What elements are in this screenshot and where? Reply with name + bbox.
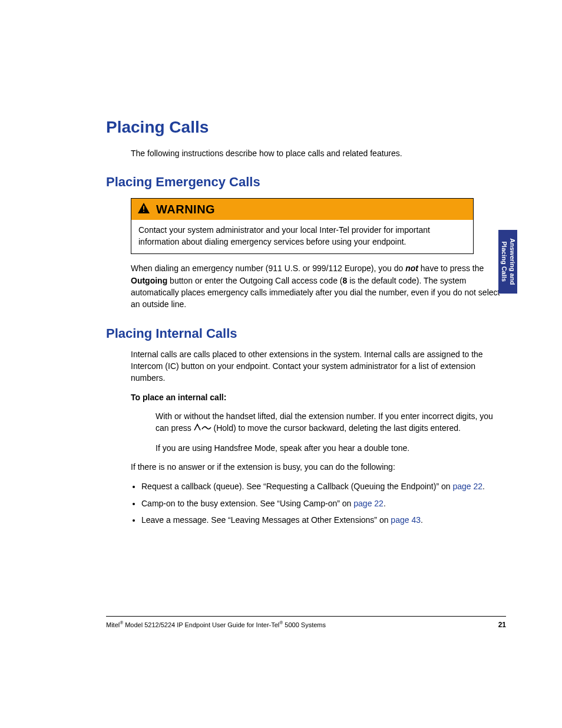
footer-brand: Mitel bbox=[106, 621, 120, 628]
text-fragment: button or enter the Outgoing Call access… bbox=[167, 276, 342, 285]
tab-line1: Answering and bbox=[509, 239, 516, 285]
footer-tail: 5000 Systems bbox=[283, 621, 326, 628]
emergency-paragraph: When dialing an emergency number (911 U.… bbox=[131, 262, 506, 310]
page-title: Placing Calls bbox=[106, 118, 506, 137]
warning-icon bbox=[137, 202, 150, 216]
list-item: Camp-on to the busy extension. See “Usin… bbox=[141, 497, 506, 510]
bullets-list: Request a callback (queue). See “Request… bbox=[131, 480, 506, 526]
task-heading: To place an internal call: bbox=[131, 391, 506, 403]
tab-line2: Placing Calls bbox=[501, 242, 508, 282]
list-item: Request a callback (queue). See “Request… bbox=[141, 480, 506, 493]
text-fragment: have to press the bbox=[418, 263, 484, 273]
internal-step1: With or without the handset lifted, dial… bbox=[156, 410, 506, 435]
intro-text: The following instructions describe how … bbox=[131, 147, 506, 159]
noanswer-text: If there is no answer or if the extensio… bbox=[131, 461, 506, 473]
text-outgoing: Outgoing bbox=[131, 276, 167, 285]
warning-body: Contact your system administrator and yo… bbox=[131, 220, 473, 253]
text-not: not bbox=[405, 263, 418, 273]
text-fragment: Camp-on to the busy extension. See “Usin… bbox=[141, 499, 353, 508]
footer-text: Mitel® Model 5212/5224 IP Endpoint User … bbox=[106, 620, 326, 628]
link-page43[interactable]: page 43 bbox=[391, 515, 421, 525]
text-fragment: . bbox=[384, 499, 386, 508]
text-fragment: (Hold) to move the cursor backward, dele… bbox=[211, 423, 461, 433]
hold-icon bbox=[194, 423, 211, 434]
warning-header: WARNING bbox=[131, 199, 473, 220]
internal-step2: If you are using Handsfree Mode, speak a… bbox=[156, 442, 506, 454]
section-tab: Answering and Placing Calls bbox=[498, 230, 517, 294]
warning-label: WARNING bbox=[156, 203, 215, 216]
heading-emergency: Placing Emergency Calls bbox=[106, 174, 506, 190]
text-fragment: When dialing an emergency number (911 U.… bbox=[131, 263, 405, 273]
page-number: 21 bbox=[498, 621, 506, 629]
footer-mid: Model 5212/5224 IP Endpoint User Guide f… bbox=[123, 621, 279, 628]
link-page22a[interactable]: page 22 bbox=[452, 482, 482, 491]
text-fragment: . bbox=[482, 482, 485, 491]
list-item: Leave a message. See “Leaving Messages a… bbox=[141, 513, 506, 526]
link-page22b[interactable]: page 22 bbox=[353, 499, 384, 508]
text-fragment: . bbox=[421, 515, 423, 525]
svg-rect-0 bbox=[143, 206, 144, 210]
svg-rect-1 bbox=[143, 211, 144, 212]
heading-internal: Placing Internal Calls bbox=[106, 326, 506, 341]
internal-intro: Internal calls are calls placed to other… bbox=[131, 348, 506, 384]
text-fragment: Request a callback (queue). See “Request… bbox=[141, 482, 452, 491]
warning-box: WARNING Contact your system administrato… bbox=[131, 198, 474, 254]
text-fragment: Leave a message. See “Leaving Messages a… bbox=[141, 515, 391, 525]
footer: Mitel® Model 5212/5224 IP Endpoint User … bbox=[106, 616, 506, 629]
